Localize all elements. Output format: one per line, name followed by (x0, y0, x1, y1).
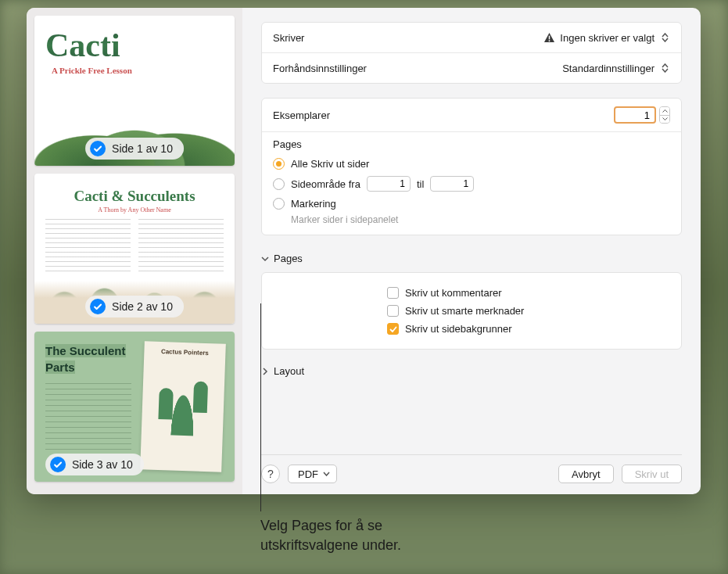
presets-row: Forhåndsinnstillinger Standardinnstillin… (262, 53, 681, 83)
radio-icon (273, 158, 285, 170)
print-dialog: Cacti A Prickle Free Lesson Side 1 av 10… (27, 8, 701, 494)
radio-page-range[interactable]: Sideområde fra til (273, 173, 670, 195)
thumb2-body (45, 219, 224, 275)
printer-label: Skriver (273, 32, 543, 44)
thumb1-badge[interactable]: Side 1 av 10 (85, 138, 184, 160)
printer-section: Skriver Ingen skriver er valgt Forhåndsi… (261, 22, 682, 84)
thumb3-badge[interactable]: Side 3 av 10 (45, 454, 144, 475)
check-icon (90, 141, 106, 156)
thumb1-title: Cacti (45, 27, 120, 64)
chevrons-icon (659, 30, 670, 45)
thumb2-subtitle: A Thorn by Any Other Name (34, 206, 235, 213)
chevron-down-icon (323, 472, 330, 476)
check-icon (90, 299, 106, 314)
range-from-label: Sideområde fra (291, 178, 360, 190)
svg-rect-0 (549, 36, 550, 40)
layout-disclosure-label: Layout (274, 365, 304, 377)
pdf-label: PDF (298, 468, 318, 480)
range-from-input[interactable] (367, 176, 411, 192)
print-comments-checkbox[interactable]: Skriv ut kommentarer (387, 284, 670, 302)
selection-hint: Marker sider i sidepanelet (291, 214, 670, 225)
cancel-button[interactable]: Avbryt (558, 465, 614, 483)
printer-value: Ingen skriver er valgt (560, 32, 654, 44)
page-thumbnail-1[interactable]: Cacti A Prickle Free Lesson Side 1 av 10 (34, 16, 235, 166)
dialog-footer: ? PDF Avbryt Skriv ut (261, 454, 682, 483)
presets-label: Forhåndsinnstillinger (273, 63, 562, 74)
callout-line2: utskriftsvalgene under. (260, 536, 401, 555)
checkbox-icon (387, 287, 399, 299)
callout-line1: Velg Pages for å se (260, 516, 401, 536)
chevron-right-icon (261, 368, 269, 375)
radio-all-pages[interactable]: Alle Skriv ut sider (273, 155, 670, 173)
page-thumbnail-2[interactable]: Cacti & Succulents A Thorn by Any Other … (34, 174, 235, 324)
radio-icon (273, 178, 285, 190)
copies-stepper[interactable] (659, 106, 670, 124)
pages-block: Pages Alle Skriv ut sider Sideområde fra… (262, 132, 681, 235)
warning-icon (543, 32, 555, 43)
print-options-main: Skriver Ingen skriver er valgt Forhåndsi… (242, 8, 701, 494)
copies-label: Eksemplarer (273, 109, 614, 121)
callout-text: Velg Pages for å se utskriftsvalgene und… (260, 516, 401, 555)
print-backgrounds-checkbox[interactable]: Skriv ut sidebakgrunner (387, 320, 670, 338)
pages-disclosure[interactable]: Pages (261, 249, 682, 267)
checkbox-icon (387, 323, 399, 335)
radio-icon (273, 198, 285, 210)
thumb3-left: The Succulent Parts (45, 343, 131, 454)
page-thumbnail-3[interactable]: The Succulent Parts Cactus Pointers Side… (34, 332, 235, 482)
layout-disclosure[interactable]: Layout (261, 362, 682, 380)
thumb1-subtitle: A Prickle Free Lesson (52, 66, 132, 75)
print-button[interactable]: Skriv ut (622, 465, 682, 483)
chevron-down-icon (261, 255, 269, 263)
pages-disclosure-label: Pages (274, 253, 303, 264)
pdf-button[interactable]: PDF (288, 465, 337, 483)
callout-line (260, 303, 261, 511)
help-button[interactable]: ? (261, 465, 280, 483)
thumb2-badge[interactable]: Side 2 av 10 (85, 296, 184, 317)
thumb-badge-label: Side 2 av 10 (112, 300, 173, 313)
radio-selection-label: Markering (291, 198, 336, 210)
pages-heading: Pages (273, 138, 670, 150)
printer-row: Skriver Ingen skriver er valgt (262, 23, 681, 53)
printer-select[interactable]: Ingen skriver er valgt (543, 30, 670, 45)
range-to-input[interactable] (430, 176, 474, 192)
stepper-up[interactable] (660, 107, 669, 116)
thumb-badge-label: Side 3 av 10 (72, 458, 133, 471)
chevrons-icon (659, 61, 670, 75)
print-annotations-label: Skriv ut smarte merknader (405, 305, 524, 317)
presets-value: Standardinnstillinger (562, 63, 654, 74)
print-comments-label: Skriv ut kommentarer (405, 287, 502, 299)
range-to-label: til (417, 178, 424, 190)
pages-options-panel: Skriv ut kommentarer Skriv ut smarte mer… (261, 272, 682, 350)
radio-all-label: Alle Skriv ut sider (291, 158, 369, 170)
thumb3-right: Cactus Pointers (140, 341, 226, 472)
stepper-down[interactable] (660, 116, 669, 124)
presets-select[interactable]: Standardinnstillinger (562, 61, 670, 75)
print-backgrounds-label: Skriv ut sidebakgrunner (405, 323, 512, 335)
checkbox-icon (387, 305, 399, 317)
copies-row: Eksemplarer (262, 99, 681, 132)
thumb-badge-label: Side 1 av 10 (112, 142, 173, 155)
print-annotations-checkbox[interactable]: Skriv ut smarte merknader (387, 302, 670, 320)
radio-selection[interactable]: Markering (273, 195, 670, 213)
thumb2-title: Cacti & Succulents (34, 188, 235, 205)
svg-point-1 (549, 40, 550, 41)
copies-input[interactable] (614, 106, 656, 124)
copies-pages-section: Eksemplarer Pages Alle Skriv ut sider Si… (261, 98, 682, 235)
page-thumbnails-sidebar[interactable]: Cacti A Prickle Free Lesson Side 1 av 10… (27, 8, 242, 494)
check-icon (50, 457, 66, 472)
